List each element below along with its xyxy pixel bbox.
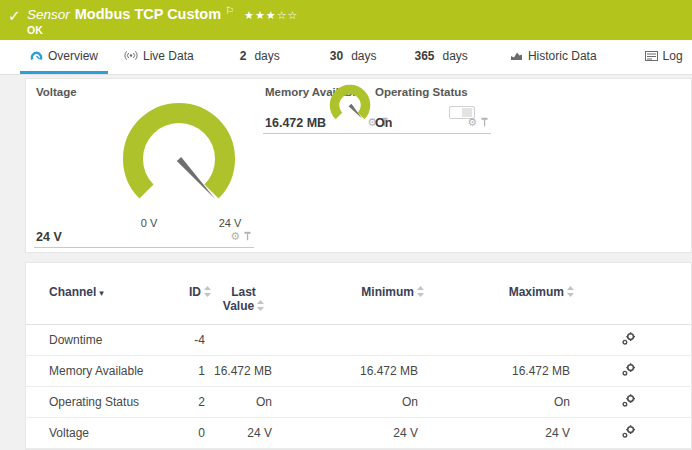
stars-filled: ★★★ — [244, 9, 277, 21]
tab-live-data[interactable]: Live Data — [114, 40, 204, 74]
channel-minimum: 16.472 MB — [276, 356, 424, 387]
sort-icon — [567, 286, 574, 300]
tab-live-data-label: Live Data — [143, 49, 194, 63]
live-signal-icon — [124, 50, 138, 61]
voltage-gauge — [116, 102, 242, 220]
memory-value: 16.472 MB — [265, 116, 326, 130]
channel-name: Operating Status — [26, 387, 181, 418]
sensor-kind-label: Sensor — [27, 7, 70, 22]
channel-last-value: 24 V — [211, 418, 276, 449]
channel-maximum — [424, 325, 574, 356]
tab-log-label: Log — [663, 49, 683, 63]
voltage-panel-title: Voltage — [36, 86, 77, 98]
channel-header-label: Channel — [49, 285, 96, 299]
channel-minimum: On — [276, 387, 424, 418]
table-row-memory-available: Memory Available 1 16.472 MB 16.472 MB 1… — [26, 356, 692, 387]
maximum-header-label: Maximum — [509, 285, 564, 299]
tab-log[interactable]: Log — [635, 40, 692, 74]
table-header-row: Channel▾ ID LastValue Minimum Maximum — [26, 281, 692, 325]
page-title: Modbus TCP Custom — [75, 6, 221, 22]
tab-historic-data[interactable]: Historic Data — [500, 40, 607, 74]
channel-minimum: 24 V — [276, 418, 424, 449]
favorite-rating[interactable]: ★★★☆☆ — [244, 9, 298, 21]
channel-name: Memory Available — [26, 356, 181, 387]
last-value-header-line1: Last — [231, 285, 256, 299]
voltage-value: 24 V — [36, 230, 62, 244]
voltage-panel: Voltage 0 V 24 V 24 V ⚙ — [34, 86, 254, 248]
channel-id: 0 — [181, 418, 211, 449]
tab-30-days[interactable]: 30 days — [320, 40, 387, 74]
channel-settings-icon[interactable] — [622, 332, 636, 345]
column-header-last-value[interactable]: LastValue — [211, 281, 276, 325]
channel-last-value: 16.472 MB — [211, 356, 276, 387]
gauges-card: Voltage 0 V 24 V 24 V ⚙ Memory Available — [25, 78, 692, 253]
tab-overview[interactable]: Overview — [20, 40, 108, 74]
table-row-operating-status: Operating Status 2 On On On — [26, 387, 692, 418]
prtg-sensor-page: ✓ SensorModbus TCP Custom⚐★★★☆☆ OK Overv… — [0, 0, 692, 450]
tab-2-days-label: days — [254, 49, 279, 63]
operating-status-value: On — [375, 116, 392, 130]
tab-30-days-number: 30 — [330, 49, 343, 63]
priority-flag-icon[interactable]: ⚐ — [225, 5, 234, 16]
channel-settings-icon[interactable] — [622, 425, 636, 438]
table-row-voltage: Voltage 0 24 V 24 V 24 V — [26, 418, 692, 449]
channels-table: Channel▾ ID LastValue Minimum Maximum Do… — [26, 281, 692, 449]
tab-overview-label: Overview — [48, 49, 98, 63]
column-header-id[interactable]: ID — [181, 281, 211, 325]
voltage-gauge-min-label: 0 V — [129, 217, 169, 229]
column-header-minimum[interactable]: Minimum — [276, 281, 424, 325]
bar-chart-icon — [510, 50, 523, 61]
operating-status-panel: Operating Status On ⚙ — [373, 86, 491, 134]
channel-settings-icon[interactable] — [622, 394, 636, 407]
log-list-icon — [645, 51, 658, 61]
tab-2-days-number: 2 — [240, 49, 247, 63]
operating-settings-gear-icon[interactable]: ⚙ — [467, 117, 477, 128]
channel-name: Downtime — [26, 325, 181, 356]
voltage-pin-icon[interactable] — [243, 227, 252, 245]
channel-minimum — [276, 325, 424, 356]
channel-maximum: On — [424, 387, 574, 418]
channel-name: Voltage — [26, 418, 181, 449]
table-row-downtime: Downtime -4 — [26, 325, 692, 356]
channel-maximum: 24 V — [424, 418, 574, 449]
channel-id: 2 — [181, 387, 211, 418]
last-value-header-line2: Value — [223, 299, 254, 313]
id-header-label: ID — [189, 285, 201, 299]
column-header-maximum[interactable]: Maximum — [424, 281, 574, 325]
sensor-header: ✓ SensorModbus TCP Custom⚐★★★☆☆ OK — [0, 0, 692, 40]
memory-available-panel: Memory Available 16.472 MB ⚙ — [263, 86, 391, 134]
channel-settings-icon[interactable] — [622, 363, 636, 376]
tab-bar: Overview Live Data 2 days 30 days 365 da… — [0, 40, 692, 75]
channel-last-value — [211, 325, 276, 356]
channel-maximum: 16.472 MB — [424, 356, 574, 387]
status-badge: OK — [27, 24, 43, 36]
tab-historic-data-label: Historic Data — [528, 49, 597, 63]
tab-365-days[interactable]: 365 days — [404, 40, 477, 74]
tab-365-days-number: 365 — [414, 49, 434, 63]
channels-card: Channel▾ ID LastValue Minimum Maximum Do… — [25, 262, 692, 450]
operating-panel-title: Operating Status — [375, 86, 468, 98]
column-header-channel[interactable]: Channel▾ — [26, 281, 181, 325]
channel-id: 1 — [181, 356, 211, 387]
sort-icon — [257, 300, 264, 314]
sort-icon — [417, 286, 424, 300]
tab-30-days-label: days — [351, 49, 376, 63]
channel-id: -4 — [181, 325, 211, 356]
gauge-icon — [30, 50, 43, 62]
tab-365-days-label: days — [443, 49, 468, 63]
stars-empty: ☆☆ — [277, 9, 299, 21]
operating-pin-icon[interactable] — [480, 113, 489, 131]
minimum-header-label: Minimum — [361, 285, 414, 299]
tab-2-days[interactable]: 2 days — [230, 40, 290, 74]
column-header-actions — [574, 281, 692, 325]
sort-direction-caret-icon: ▾ — [99, 288, 104, 298]
status-ok-check-icon: ✓ — [8, 7, 21, 25]
sort-icon — [204, 286, 211, 300]
channel-last-value: On — [211, 387, 276, 418]
voltage-settings-gear-icon[interactable]: ⚙ — [230, 231, 240, 242]
